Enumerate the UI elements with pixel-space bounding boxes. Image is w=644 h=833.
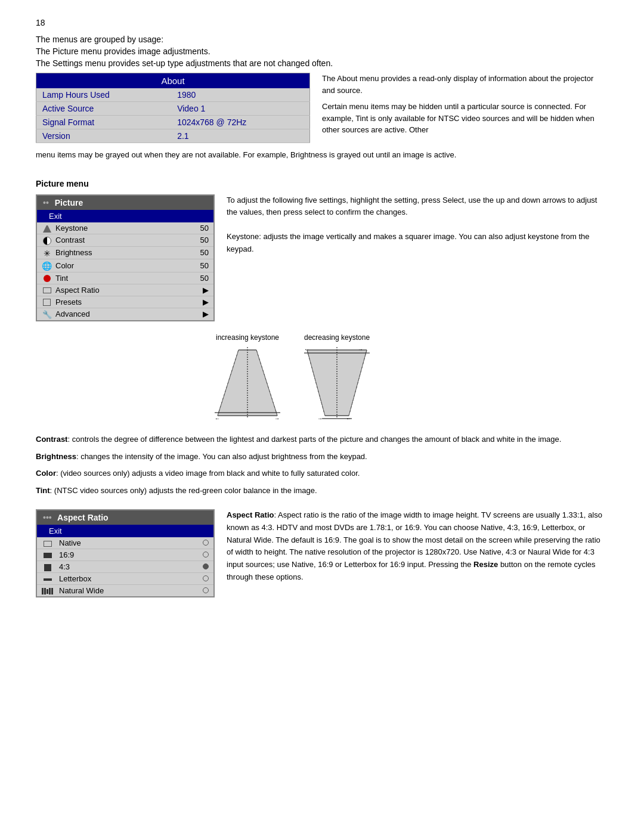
- picture-title-label: Picture: [55, 198, 83, 208]
- brightness-desc-text: : changes the intensity of the image. Yo…: [76, 452, 367, 461]
- aspect-desc-text: Aspect Ratio: Aspect ratio is the ratio …: [227, 509, 608, 584]
- contrast-desc-bold: Contrast: [36, 435, 67, 444]
- advanced-label: Advanced: [54, 308, 190, 321]
- svg-text:←: ←: [346, 416, 351, 422]
- aspect-dots: •••: [43, 513, 52, 522]
- advanced-icon: 🔧: [36, 308, 54, 321]
- presets-arrow: ▶: [190, 296, 214, 308]
- about-lamp-label: Lamp Hours Used: [36, 88, 172, 102]
- svg-text:→: →: [317, 416, 323, 422]
- picture-item-presets[interactable]: Presets ▶: [36, 296, 214, 308]
- naturalwide-radio[interactable]: [198, 585, 214, 597]
- contrast-label: Contrast: [54, 234, 190, 247]
- aspect-item-43[interactable]: 4:3: [36, 561, 214, 573]
- tint-desc-bold: Tint: [36, 486, 50, 495]
- picture-item-contrast[interactable]: Contrast 50: [36, 234, 214, 247]
- presets-label: Presets: [54, 296, 190, 308]
- brightness-label: Brightness: [54, 246, 190, 259]
- about-title: About: [36, 73, 310, 89]
- advanced-arrow: ▶: [190, 308, 214, 321]
- picture-item-brightness[interactable]: ✳ Brightness 50: [36, 246, 214, 259]
- about-side-text: The About menu provides a read-only disp…: [322, 73, 608, 143]
- letterbox-radio[interactable]: [198, 573, 214, 585]
- keystone-dec-label: decreasing keystone: [304, 333, 370, 342]
- about-header-row: About: [36, 73, 310, 89]
- aspect-item-native[interactable]: Native: [36, 537, 214, 549]
- intro-text-3: The Settings menu provides set-up type a…: [36, 58, 608, 68]
- 43-label: 4:3: [58, 561, 198, 573]
- naturalwide-icon: [36, 585, 58, 597]
- aspect-ratio-section: ••• Aspect Ratio Exit Native 16:9: [36, 509, 608, 597]
- picture-item-color[interactable]: 🌐 Color 50: [36, 259, 214, 272]
- native-radio[interactable]: [198, 537, 214, 549]
- naturalwide-label: Natural Wide: [58, 585, 198, 597]
- tint-icon: [36, 272, 54, 284]
- aspect-exit-label[interactable]: Exit: [36, 525, 214, 537]
- letterbox-label: Letterbox: [58, 573, 198, 585]
- color-desc-bold: Color: [36, 469, 56, 478]
- color-desc-text: : (video sources only) adjusts a video i…: [56, 469, 360, 478]
- aspect-exit-row[interactable]: Exit: [36, 525, 214, 537]
- keystone-decreasing: decreasing keystone → ← → ←: [304, 333, 370, 422]
- 43-radio[interactable]: [198, 561, 214, 573]
- intro-text-2: The Picture menu provides image adjustme…: [36, 47, 608, 56]
- about-table: About Lamp Hours Used 1980 Active Source…: [36, 73, 310, 143]
- picture-description: To adjust the following five settings, h…: [227, 194, 608, 321]
- 169-radio[interactable]: [198, 549, 214, 561]
- about-row-version: Version 2.1: [36, 129, 310, 143]
- keystone-dec-svg: → ← → ←: [304, 344, 370, 422]
- color-desc-block: Color: (video sources only) adjusts a vi…: [36, 467, 608, 480]
- aspect-ratio-label: Aspect Ratio: [54, 284, 190, 296]
- svg-text:→: →: [274, 416, 280, 422]
- picture-dots: ••: [43, 198, 49, 208]
- native-icon: [36, 537, 58, 549]
- aspect-item-letterbox[interactable]: Letterbox: [36, 573, 214, 585]
- about-row-lamp: Lamp Hours Used 1980: [36, 88, 310, 102]
- aspect-item-169[interactable]: 16:9: [36, 549, 214, 561]
- brightness-desc-block: Brightness: changes the intensity of the…: [36, 451, 608, 463]
- footer-text: menu items may be grayed out when they a…: [36, 149, 608, 161]
- picture-item-advanced[interactable]: 🔧 Advanced ▶: [36, 308, 214, 321]
- keystone-value: 50: [190, 222, 214, 234]
- picture-exit-row[interactable]: Exit: [36, 210, 214, 222]
- picture-menu-section: Picture menu •• Picture Exit: [36, 179, 608, 498]
- aspect-title-row: ••• Aspect Ratio: [36, 510, 214, 525]
- about-version-value: 2.1: [171, 129, 309, 143]
- about-source-label: Active Source: [36, 102, 172, 116]
- aspect-title-label: Aspect Ratio: [57, 513, 109, 522]
- color-icon: 🌐: [36, 259, 54, 272]
- aspect-menu-box: ••• Aspect Ratio Exit Native 16:9: [36, 509, 215, 597]
- keystone-desc: Keystone: adjusts the image vertically a…: [227, 231, 608, 256]
- picture-exit-label[interactable]: Exit: [36, 210, 214, 222]
- picture-item-tint[interactable]: Tint 50: [36, 272, 214, 284]
- keystone-diagrams: increasing keystone ← → decreasing keyst…: [215, 333, 608, 422]
- aspect-ratio-icon: [36, 284, 54, 296]
- presets-icon: [36, 296, 54, 308]
- keystone-label: Keystone: [54, 222, 190, 234]
- svg-text:←: ←: [304, 346, 309, 352]
- aspect-ratio-arrow: ▶: [190, 284, 214, 296]
- aspect-resize-bold: Resize: [473, 560, 498, 569]
- picture-menu-table: •• Picture Exit Keystone 50: [36, 194, 215, 321]
- brightness-icon: ✳: [36, 246, 54, 259]
- picture-item-keystone[interactable]: Keystone 50: [36, 222, 214, 234]
- aspect-menu-table: ••• Aspect Ratio Exit Native 16:9: [36, 509, 215, 597]
- aspect-item-naturalwide[interactable]: Natural Wide: [36, 585, 214, 597]
- picture-menu-heading: Picture menu: [36, 179, 608, 188]
- about-source-value: Video 1: [171, 102, 309, 116]
- aspect-desc-bold: Aspect Ratio: [227, 510, 274, 519]
- about-signal-value: 1024x768 @ 72Hz: [171, 116, 309, 129]
- about-row-signal: Signal Format 1024x768 @ 72Hz: [36, 116, 310, 129]
- picture-menu-box: •• Picture Exit Keystone 50: [36, 194, 215, 321]
- aspect-ratio-desc: Aspect Ratio: Aspect ratio is the ratio …: [227, 509, 608, 597]
- picture-adjust-desc: To adjust the following five settings, h…: [227, 194, 608, 219]
- tint-desc-text: : (NTSC video sources only) adjusts the …: [50, 486, 317, 495]
- contrast-value: 50: [190, 234, 214, 247]
- picture-menu-title-cell: •• Picture: [36, 195, 214, 210]
- picture-menu-layout: •• Picture Exit Keystone 50: [36, 194, 608, 321]
- tint-label: Tint: [54, 272, 190, 284]
- about-version-label: Version: [36, 129, 172, 143]
- about-signal-label: Signal Format: [36, 116, 172, 129]
- contrast-icon: [36, 234, 54, 247]
- picture-item-aspect-ratio[interactable]: Aspect Ratio ▶: [36, 284, 214, 296]
